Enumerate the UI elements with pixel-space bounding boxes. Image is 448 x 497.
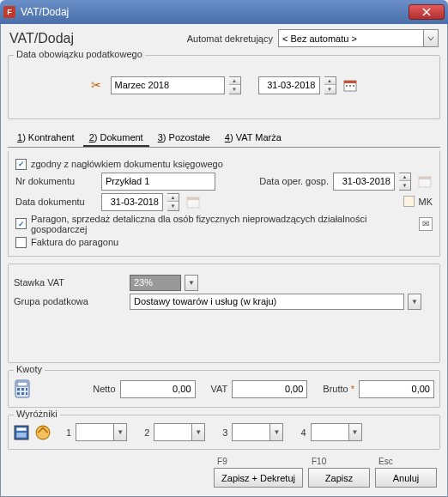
svg-rect-4 (353, 85, 354, 87)
footer: F9 Zapisz + Dekretuj F10 Zapisz Esc Anul… (6, 453, 442, 491)
scissors-icon: ✂ (91, 78, 101, 92)
wyr-3-label: 3 (222, 427, 227, 438)
tab-kontrahent[interactable]: 1) Kontrahent (11, 130, 81, 147)
nr-input[interactable] (101, 173, 215, 191)
wyr-icon-1[interactable] (14, 425, 29, 440)
svg-rect-11 (17, 388, 20, 391)
oper-calendar-button[interactable] (417, 173, 433, 189)
tax-group-dropdown-button[interactable]: ▼ (408, 294, 421, 310)
wyrozniki-group-title: Wyróżniki (14, 409, 60, 419)
save-decree-button[interactable]: Zapisz + Dekretuj (214, 468, 303, 488)
svg-rect-10 (17, 382, 27, 386)
rate-select[interactable]: 23% (130, 275, 181, 291)
vat-label: VAT (211, 384, 228, 394)
rate-dropdown-button[interactable]: ▼ (185, 275, 198, 291)
note-icon[interactable]: ✉ (419, 217, 433, 231)
svg-rect-8 (187, 197, 199, 200)
calendar-icon (186, 195, 200, 209)
tabs: 1) Kontrahent 2) Dokument 3) Pozostałe 4… (8, 126, 440, 148)
amounts-group-title: Kwoty (14, 364, 45, 374)
svg-rect-2 (346, 85, 348, 87)
rate-label: Stawka VAT (14, 277, 125, 288)
svg-rect-6 (419, 177, 431, 179)
spin-up-icon: ▲ (229, 77, 240, 86)
chevron-down-icon: ▼ (348, 424, 361, 440)
wyr-3-select[interactable]: ▼ (232, 423, 283, 441)
chevron-down-icon: ▼ (191, 424, 204, 440)
spin-down-icon: ▼ (229, 85, 240, 94)
tax-group-select[interactable]: Dostawy towarów i usług (w kraju) (130, 294, 404, 310)
spin-down-icon: ▼ (324, 85, 336, 94)
oper-date-input[interactable] (333, 173, 395, 191)
automat-dropdown-button[interactable] (423, 29, 439, 47)
wyr-2-select[interactable]: ▼ (154, 423, 205, 441)
tax-group-label: Grupa podatkowa (14, 296, 125, 306)
wyr-4-select[interactable]: ▼ (311, 423, 362, 441)
calendar-icon (418, 174, 432, 188)
period-spinner[interactable]: ▲▼ (229, 76, 241, 94)
wyrozniki-group: Wyróżniki 1 ▼ 2 ▼ 3 ▼ 4 ▼ (8, 415, 440, 450)
netto-label: Netto (93, 384, 115, 394)
calendar-icon (343, 78, 357, 92)
automat-select[interactable]: < Bez automatu > (278, 29, 424, 47)
duty-group-title: Data obowiązku podatkowego (14, 49, 145, 59)
chevron-down-icon: ▼ (269, 424, 282, 440)
mk-checkbox[interactable] (403, 196, 415, 207)
duty-group: Data obowiązku podatkowego ✂ ▲▼ ▲▼ (8, 55, 440, 119)
wyr-4-label: 4 (300, 427, 306, 438)
chevron-down-icon (427, 35, 434, 42)
consistent-checkbox[interactable] (15, 159, 27, 170)
wyr-icon-2[interactable] (35, 425, 51, 440)
mk-label: MK (419, 197, 433, 207)
brutto-label: Brutto * (323, 384, 354, 394)
period-input[interactable] (111, 76, 225, 94)
wyr-1-label: 1 (66, 427, 71, 438)
chevron-down-icon: ▼ (113, 424, 126, 440)
paragon-checkbox[interactable] (15, 218, 27, 229)
tab-body: zgodny z nagłówkiem dokumentu księgowego… (8, 151, 440, 257)
brutto-input[interactable] (359, 380, 434, 398)
header-row: VAT/Dodaj Automat dekretujący < Bez auto… (6, 26, 442, 52)
cancel-button[interactable]: Anuluj (375, 468, 437, 488)
close-button[interactable] (409, 4, 445, 20)
wyr-2-label: 2 (144, 427, 149, 438)
svg-rect-15 (21, 392, 24, 395)
app-icon: F (3, 6, 15, 18)
svg-rect-16 (26, 392, 27, 395)
esc-hint: Esc (378, 457, 393, 466)
netto-input[interactable] (120, 380, 196, 398)
tax-group-value: Dostawy towarów i usług (w kraju) (134, 296, 276, 306)
spin-up-icon: ▲ (324, 77, 336, 86)
nr-label: Nr dokumentu (15, 176, 97, 186)
wyr-1-select[interactable]: ▼ (76, 423, 127, 441)
f9-hint: F9 (217, 457, 227, 466)
vat-input[interactable] (232, 380, 307, 398)
svg-rect-18 (16, 427, 26, 430)
svg-rect-19 (16, 433, 26, 438)
consistent-label: zgodny z nagłówkiem dokumentu księgowego (31, 159, 223, 169)
faktura-checkbox[interactable] (15, 237, 27, 248)
tab-vat-marza[interactable]: 4) VAT Marża (219, 130, 288, 147)
mk-box (403, 196, 415, 209)
docdate-label: Data dokumentu (15, 197, 97, 207)
rate-value: 23% (134, 277, 153, 288)
f10-hint: F10 (312, 457, 326, 466)
oper-date-spinner[interactable]: ▲▼ (399, 173, 411, 191)
tab-pozostale[interactable]: 3) Pozostałe (152, 130, 216, 147)
paragon-label: Paragon, sprzedaż detaliczna dla osób fi… (31, 214, 415, 234)
oper-label: Data oper. gosp. (259, 176, 329, 186)
tab-dokument[interactable]: 2) Dokument (83, 130, 149, 147)
svg-rect-1 (344, 81, 356, 83)
docdate-calendar-button[interactable] (185, 194, 201, 209)
duty-date-spinner[interactable]: ▲▼ (324, 76, 336, 94)
docdate-spinner[interactable]: ▲▼ (167, 193, 179, 211)
svg-rect-14 (17, 392, 20, 395)
calculator-button[interactable] (14, 379, 31, 399)
duty-calendar-button[interactable] (342, 77, 358, 93)
duty-date-input[interactable] (258, 76, 320, 94)
automat-value: < Bez automatu > (282, 33, 357, 44)
save-button[interactable]: Zapisz (308, 468, 370, 488)
faktura-label: Faktura do paragonu (31, 237, 118, 247)
svg-rect-3 (349, 85, 351, 87)
docdate-input[interactable] (101, 193, 163, 211)
